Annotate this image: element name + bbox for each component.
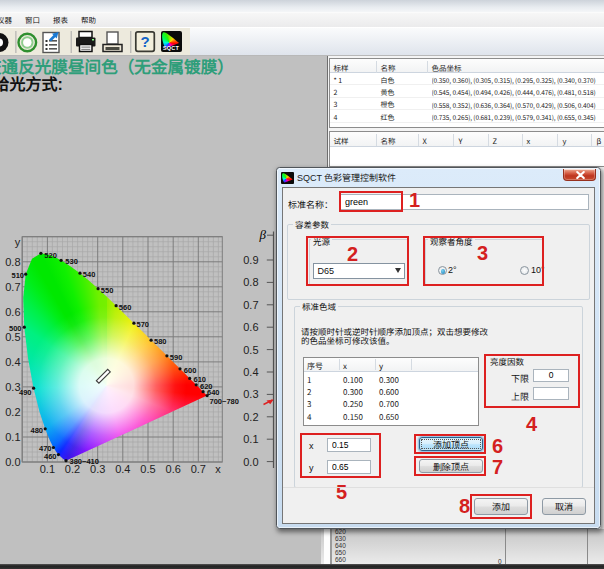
svg-text:520: 520 (44, 251, 57, 260)
svg-text:510: 510 (11, 271, 24, 280)
svg-text:700~780: 700~780 (210, 397, 239, 406)
svg-text:570: 570 (137, 320, 150, 329)
svg-text:540: 540 (83, 270, 96, 279)
svg-text:490: 490 (19, 388, 32, 397)
svg-text:590: 590 (170, 353, 183, 362)
svg-text:580: 580 (154, 337, 167, 346)
svg-text:480: 480 (30, 426, 43, 435)
svg-text:530: 530 (65, 257, 78, 266)
svg-text:560: 560 (119, 303, 132, 312)
svg-text:550: 550 (101, 286, 114, 295)
svg-text:380~410: 380~410 (70, 457, 99, 466)
svg-text:600: 600 (184, 366, 197, 375)
svg-text:460: 460 (44, 452, 57, 461)
svg-text:500: 500 (9, 324, 22, 333)
